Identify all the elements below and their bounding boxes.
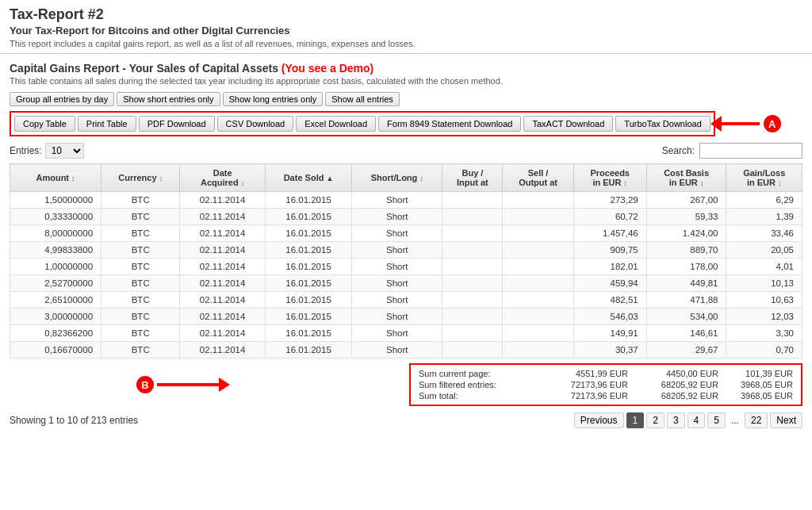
search-label: Search: [662, 145, 695, 156]
cell-sell-output [503, 225, 573, 242]
page-4-button[interactable]: 4 [688, 412, 706, 428]
page-description: This report includes a capital gains rep… [10, 39, 802, 48]
col-cost-basis[interactable]: Cost Basisin EUR ↕ [646, 164, 726, 192]
filter-short-button[interactable]: Show short entries only [117, 92, 220, 106]
col-proceeds[interactable]: Proceedsin EUR ↕ [573, 164, 646, 192]
cell-currency: BTC [102, 275, 180, 292]
cell-cost-basis: 146,61 [646, 325, 726, 342]
cell-amount: 8,00000000 [10, 225, 102, 242]
col-date-acquired[interactable]: DateAcquired ↕ [180, 164, 266, 192]
copy-table-button[interactable]: Copy Table [14, 116, 75, 132]
cell-short-long: Short [352, 292, 442, 309]
csv-download-button[interactable]: CSV Download [217, 116, 294, 132]
cell-sell-output [503, 292, 573, 309]
cell-date-acquired: 02.11.2014 [180, 242, 266, 259]
entries-select[interactable]: 10 25 50 100 [45, 143, 84, 159]
cell-proceeds: 1.457,46 [573, 225, 646, 242]
cell-sell-output [503, 275, 573, 292]
cell-proceeds: 546,03 [573, 309, 646, 325]
cell-gain-loss: 20,05 [726, 242, 802, 259]
cell-currency: BTC [102, 325, 180, 342]
cell-amount: 0,16670000 [10, 342, 102, 359]
cell-date-sold: 16.01.2015 [265, 292, 351, 309]
cell-proceeds: 482,51 [573, 292, 646, 309]
cell-currency: BTC [102, 192, 180, 209]
turbotax-download-button[interactable]: TurboTax Download [615, 116, 710, 132]
cell-currency: BTC [102, 292, 180, 309]
search-input[interactable] [699, 143, 802, 159]
showing-text: Showing 1 to 10 of 213 entries [10, 415, 138, 426]
cell-gain-loss: 4,01 [726, 259, 802, 275]
excel-download-button[interactable]: Excel Download [296, 116, 376, 132]
next-button[interactable]: Next [770, 412, 802, 428]
cell-buy-input [442, 325, 503, 342]
prev-button[interactable]: Previous [574, 412, 624, 428]
cell-date-sold: 16.01.2015 [265, 275, 351, 292]
page-subtitle: Your Tax-Report for Bitcoins and other D… [10, 25, 802, 36]
cell-short-long: Short [352, 225, 442, 242]
cell-proceeds: 149,91 [573, 325, 646, 342]
filter-all-button[interactable]: Show all entries [325, 92, 400, 106]
cell-short-long: Short [352, 309, 442, 325]
cell-amount: 1,00000000 [10, 259, 102, 275]
cell-proceeds: 909,75 [573, 242, 646, 259]
page-1-button[interactable]: 1 [626, 412, 645, 428]
cell-buy-input [442, 209, 503, 225]
cell-short-long: Short [352, 259, 442, 275]
cell-cost-basis: 889,70 [646, 242, 726, 259]
cell-short-long: Short [352, 192, 442, 209]
page-3-button[interactable]: 3 [667, 412, 685, 428]
cell-short-long: Short [352, 342, 442, 359]
table-row: 1,00000000 BTC 02.11.2014 16.01.2015 Sho… [10, 259, 802, 275]
cell-date-sold: 16.01.2015 [265, 259, 351, 275]
cell-gain-loss: 0,70 [726, 342, 802, 359]
print-table-button[interactable]: Print Table [78, 116, 136, 132]
cell-sell-output [503, 242, 573, 259]
cell-date-acquired: 02.11.2014 [180, 325, 266, 342]
cell-sell-output [503, 309, 573, 325]
sum-filtered-cost: 68205,92 EUR [631, 380, 718, 389]
table-row: 2,65100000 BTC 02.11.2014 16.01.2015 Sho… [10, 292, 802, 309]
filter-by-day-button[interactable]: Group all entries by day [10, 92, 114, 106]
cell-sell-output [503, 209, 573, 225]
table-row: 3,00000000 BTC 02.11.2014 16.01.2015 Sho… [10, 309, 802, 325]
cell-cost-basis: 59,33 [646, 209, 726, 225]
table-row: 8,00000000 BTC 02.11.2014 16.01.2015 Sho… [10, 225, 802, 242]
sum-total-label: Sum total: [419, 391, 538, 401]
cell-sell-output [503, 325, 573, 342]
cell-amount: 0,33330000 [10, 209, 102, 225]
page-2-button[interactable]: 2 [646, 412, 665, 428]
cell-gain-loss: 33,46 [726, 225, 802, 242]
cell-date-sold: 16.01.2015 [265, 309, 351, 325]
sum-page-cost: 4450,00 EUR [631, 369, 718, 378]
col-amount[interactable]: Amount ↕ [10, 164, 102, 192]
col-buy-input[interactable]: Buy /Input at [442, 164, 503, 192]
col-gain-loss[interactable]: Gain/Lossin EUR ↕ [726, 164, 802, 192]
cell-sell-output [503, 192, 573, 209]
col-currency[interactable]: Currency ↕ [102, 164, 180, 192]
page-22-button[interactable]: 22 [745, 412, 768, 428]
cell-buy-input [442, 259, 503, 275]
cell-date-acquired: 02.11.2014 [180, 209, 266, 225]
cell-cost-basis: 1.424,00 [646, 225, 726, 242]
filter-long-button[interactable]: Show long entries only [223, 92, 324, 106]
cell-date-acquired: 02.11.2014 [180, 342, 266, 359]
table-row: 0,16670000 BTC 02.11.2014 16.01.2015 Sho… [10, 342, 802, 359]
page-5-button[interactable]: 5 [707, 412, 726, 428]
table-row: 0,82366200 BTC 02.11.2014 16.01.2015 Sho… [10, 325, 802, 342]
col-short-long[interactable]: Short/Long ↕ [352, 164, 442, 192]
cell-date-sold: 16.01.2015 [265, 242, 351, 259]
cell-amount: 1,50000000 [10, 192, 102, 209]
col-date-sold[interactable]: Date Sold ▲ [265, 164, 351, 192]
table-controls: Entries: 10 25 50 100 Search: [10, 143, 802, 159]
pdf-download-button[interactable]: PDF Download [139, 116, 215, 132]
taxact-download-button[interactable]: TaxACT Download [523, 116, 613, 132]
col-sell-output[interactable]: Sell /Output at [503, 164, 573, 192]
sum-filtered-label: Sum filtered entries: [419, 380, 538, 389]
data-table: Amount ↕ Currency ↕ DateAcquired ↕ Date … [10, 163, 802, 359]
form8949-download-button[interactable]: Form 8949 Statement Download [378, 116, 521, 132]
cell-proceeds: 30,37 [573, 342, 646, 359]
summary-section: Sum current page: 4551,99 EUR 4450,00 EU… [10, 363, 802, 406]
cell-currency: BTC [102, 242, 180, 259]
cell-proceeds: 273,29 [573, 192, 646, 209]
